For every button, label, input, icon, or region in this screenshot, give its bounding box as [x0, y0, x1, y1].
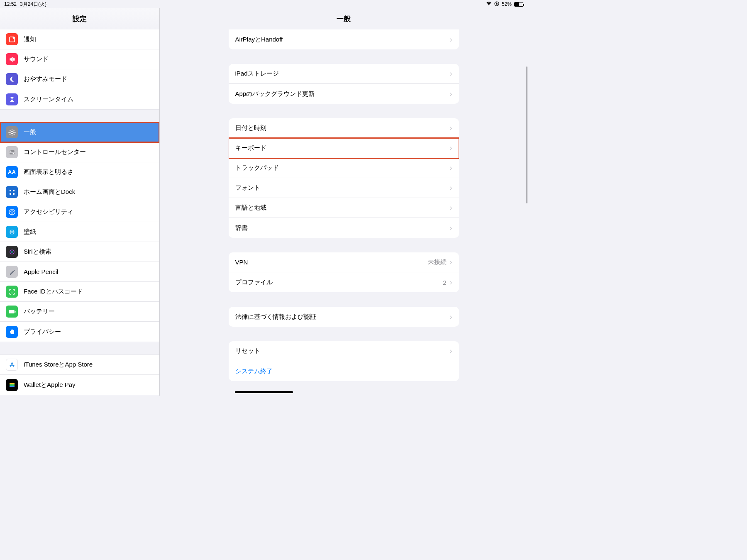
row-trackpad[interactable]: トラックパッド ›	[229, 158, 459, 178]
svg-point-18	[10, 250, 14, 254]
row-keyboard[interactable]: キーボード ›	[229, 138, 459, 158]
row-date-time[interactable]: 日付と時刻 ›	[229, 118, 459, 138]
moon-icon	[6, 73, 18, 85]
svg-rect-10	[13, 190, 15, 191]
svg-rect-24	[10, 383, 15, 384]
notifications-icon	[6, 33, 18, 45]
sidebar-item-label: プライバシー	[24, 328, 61, 336]
orientation-lock-icon	[494, 1, 499, 7]
svg-rect-9	[10, 190, 11, 191]
wifi-icon	[486, 1, 492, 7]
settings-sidebar: 設定 通知 サウンド おやすみモード	[0, 8, 160, 396]
svg-point-20	[10, 291, 11, 291]
sidebar-item-display[interactable]: AA 画面表示と明るさ	[0, 162, 159, 182]
sidebar-item-label: WalletとApple Pay	[24, 381, 76, 389]
svg-point-14	[11, 210, 12, 211]
chevron-right-icon: ›	[450, 124, 452, 132]
svg-point-3	[12, 37, 15, 39]
siri-icon	[6, 246, 18, 258]
sound-icon	[6, 53, 18, 65]
row-shutdown[interactable]: システム終了	[229, 361, 459, 381]
chevron-right-icon: ›	[450, 278, 452, 287]
row-label: AirPlayとHandoff	[235, 36, 450, 44]
svg-point-16	[12, 232, 12, 232]
row-vpn[interactable]: VPN 未接続 ›	[229, 252, 459, 272]
chevron-right-icon: ›	[450, 69, 452, 78]
sidebar-item-homescreen[interactable]: ホーム画面とDock	[0, 182, 159, 202]
sidebar-item-notifications[interactable]: 通知	[0, 29, 159, 49]
row-background-refresh[interactable]: Appのバックグラウンド更新 ›	[229, 84, 459, 104]
row-legal[interactable]: 法律に基づく情報および認証 ›	[229, 307, 459, 327]
sidebar-item-wallpaper[interactable]: 壁紙	[0, 222, 159, 242]
chevron-right-icon: ›	[450, 258, 452, 267]
sidebar-item-applepencil[interactable]: Apple Pencil	[0, 262, 159, 282]
wallpaper-icon	[6, 226, 18, 238]
sidebar-item-screentime[interactable]: スクリーンタイム	[0, 89, 159, 109]
row-profile[interactable]: プロファイル 2 ›	[229, 272, 459, 292]
status-time: 12:52	[4, 1, 17, 7]
svg-point-4	[11, 131, 13, 134]
hand-icon	[6, 326, 18, 338]
row-dictionary[interactable]: 辞書 ›	[229, 218, 459, 238]
sidebar-item-label: 画面表示と明るさ	[24, 168, 73, 176]
sidebar-item-itunes[interactable]: iTunes StoreとApp Store	[0, 355, 159, 375]
sidebar-item-sound[interactable]: サウンド	[0, 49, 159, 69]
svg-rect-25	[10, 384, 15, 386]
row-language-region[interactable]: 言語と地域 ›	[229, 198, 459, 218]
sidebar-item-battery[interactable]: バッテリー	[0, 302, 159, 322]
chevron-right-icon: ›	[450, 313, 452, 321]
row-value: 未接続	[428, 258, 447, 266]
row-ipad-storage[interactable]: iPadストレージ ›	[229, 64, 459, 84]
row-label: 辞書	[235, 224, 450, 232]
svg-rect-22	[9, 310, 15, 313]
row-label: トラックパッド	[235, 164, 450, 172]
chevron-right-icon: ›	[450, 183, 452, 192]
row-label: リセット	[235, 347, 450, 355]
sidebar-item-label: ホーム画面とDock	[24, 188, 75, 196]
sidebar-item-label: サウンド	[24, 55, 49, 63]
svg-point-19	[11, 251, 13, 253]
sidebar-item-general[interactable]: 一般	[0, 122, 159, 142]
grid-icon	[6, 186, 18, 198]
svg-point-8	[12, 153, 14, 154]
svg-point-6	[10, 150, 11, 152]
sidebar-item-privacy[interactable]: プライバシー	[0, 322, 159, 342]
svg-rect-23	[15, 311, 16, 313]
chevron-right-icon: ›	[450, 203, 452, 212]
sidebar-item-donotdisturb[interactable]: おやすみモード	[0, 69, 159, 89]
row-label: フォント	[235, 184, 450, 192]
row-value: 2	[443, 279, 446, 286]
battery-icon	[514, 2, 523, 7]
chevron-right-icon: ›	[450, 35, 452, 44]
sidebar-item-accessibility[interactable]: アクセシビリティ	[0, 202, 159, 222]
svg-point-21	[12, 291, 13, 291]
sidebar-item-label: バッテリー	[24, 308, 55, 315]
battery-percent: 52%	[502, 1, 512, 7]
detail-title: 一般	[160, 8, 527, 29]
home-indicator[interactable]	[235, 391, 293, 393]
chevron-right-icon: ›	[450, 224, 452, 232]
row-reset[interactable]: リセット ›	[229, 341, 459, 361]
hourglass-icon	[6, 93, 18, 105]
scrollbar[interactable]	[526, 66, 527, 203]
row-font[interactable]: フォント ›	[229, 178, 459, 198]
chevron-right-icon: ›	[450, 144, 452, 152]
sidebar-item-label: 壁紙	[24, 228, 36, 236]
chevron-right-icon: ›	[450, 347, 452, 355]
row-airplay-handoff[interactable]: AirPlayとHandoff ›	[229, 29, 459, 49]
sidebar-item-controlcenter[interactable]: コントロールセンター	[0, 142, 159, 162]
sidebar-item-label: おやすみモード	[24, 75, 67, 83]
chevron-right-icon: ›	[450, 90, 452, 98]
toggles-icon	[6, 146, 18, 158]
accessibility-icon	[6, 206, 18, 218]
sidebar-item-label: アクセシビリティ	[24, 208, 73, 216]
row-label: 法律に基づく情報および認証	[235, 313, 450, 321]
sidebar-item-faceid[interactable]: Face IDとパスコード	[0, 282, 159, 302]
row-label: Appのバックグラウンド更新	[235, 90, 450, 98]
gear-icon	[6, 126, 18, 138]
sidebar-item-label: コントロールセンター	[24, 148, 86, 156]
sidebar-item-siri[interactable]: Siriと検索	[0, 242, 159, 262]
wallet-icon	[6, 379, 18, 391]
sidebar-item-wallet[interactable]: WalletとApple Pay	[0, 375, 159, 395]
sidebar-item-label: 通知	[24, 35, 36, 43]
